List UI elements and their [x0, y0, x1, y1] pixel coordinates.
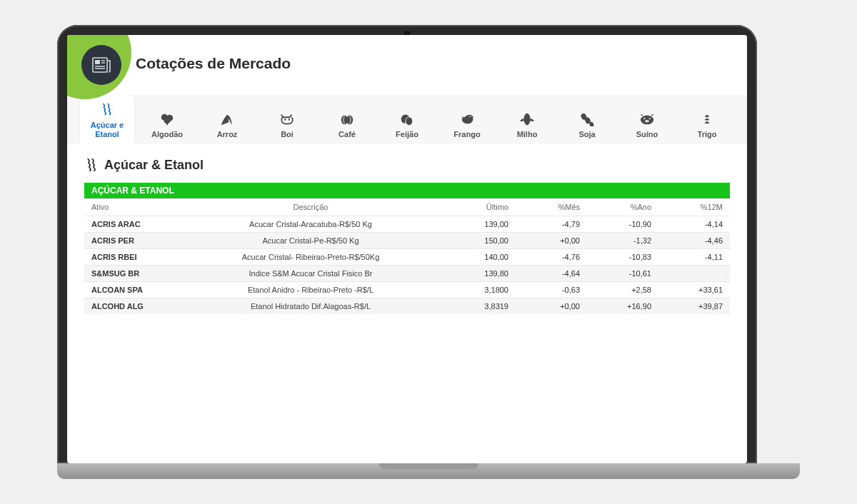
cell-m12: -4,46: [658, 233, 730, 249]
cell-ano: -1,32: [587, 233, 658, 249]
cell-m12: [658, 266, 730, 282]
cell-ultimo: 3,8319: [444, 298, 516, 315]
tab-milho[interactable]: Milho: [500, 104, 554, 145]
cell-ativo: ALCOHD ALG: [84, 298, 177, 315]
svg-point-13: [346, 115, 353, 124]
col-m12: %12M: [658, 198, 730, 216]
tab-suino[interactable]: Suíno: [620, 104, 674, 145]
col-mes: %Mês: [516, 198, 587, 216]
cell-mes: +0,00: [516, 233, 587, 249]
table-row[interactable]: ALCOAN SPAEtanol Anidro - Ribeirao-Preto…: [84, 282, 730, 298]
cell-mes: -0,63: [516, 282, 587, 298]
table-row[interactable]: ACRIS ARACAcucar Cristal-Aracatuba-R$/50…: [84, 216, 730, 233]
table-header-row: Ativo Descrição Último %Mês %Ano %12M: [84, 198, 730, 216]
cell-ativo: ACRIS ARAC: [84, 216, 177, 233]
svg-point-22: [645, 120, 648, 123]
tab-feijao[interactable]: Feijão: [380, 104, 434, 145]
cell-descricao: Acucar Cristal-Aracatuba-R$/50 Kg: [177, 216, 444, 233]
svg-rect-9: [166, 122, 168, 125]
cell-m12: +39,87: [658, 298, 730, 315]
cell-ativo: ACRIS PER: [84, 233, 177, 249]
cell-ultimo: 139,80: [444, 266, 516, 282]
tab-label: Frango: [453, 130, 480, 139]
tab-cafe[interactable]: Café: [320, 104, 374, 145]
cell-ano: -10,90: [587, 216, 658, 233]
col-ano: %Ano: [587, 198, 658, 216]
cell-ultimo: 139,00: [444, 216, 516, 233]
quotes-table: Ativo Descrição Último %Mês %Ano %12M AC…: [84, 198, 730, 314]
tab-label: Café: [339, 130, 356, 139]
chicken-icon: [457, 111, 477, 127]
cell-ano: +16,90: [587, 298, 658, 315]
header-icon-circle: [81, 45, 121, 85]
col-descricao: Descrição: [177, 198, 444, 216]
cell-ano: -10,83: [587, 249, 658, 266]
cell-ativo: S&MSUG BR: [84, 266, 177, 282]
cell-m12: -4,11: [658, 249, 730, 266]
cell-descricao: Etanol Anidro - Ribeirao-Preto -R$/L: [177, 282, 444, 298]
cell-ativo: ALCOAN SPA: [84, 282, 177, 298]
laptop-frame: Cotações de Mercado Açúcar e EtanolAlgod…: [57, 25, 757, 463]
beans-icon: [397, 111, 417, 127]
tab-acucar-etanol[interactable]: Açúcar e Etanol: [80, 95, 134, 144]
cell-ano: -10,61: [587, 266, 658, 282]
page-header: Cotações de Mercado: [67, 35, 747, 95]
commodity-tabs: Açúcar e EtanolAlgodãoArrozBoiCaféFeijão…: [67, 95, 747, 144]
tab-label: Trigo: [698, 130, 717, 139]
col-ultimo: Último: [444, 198, 516, 216]
section-heading: Açúcar & Etanol: [84, 157, 730, 173]
section-title-text: Açúcar & Etanol: [104, 158, 204, 173]
cell-mes: -4,76: [516, 249, 587, 266]
table-row[interactable]: ACRIS RBEIAcucar Cristal- Ribeirao-Preto…: [84, 249, 730, 266]
col-ativo: Ativo: [84, 198, 177, 216]
tab-label: Arroz: [217, 130, 238, 139]
svg-point-20: [643, 118, 645, 119]
table-row[interactable]: ACRIS PERAcucar Cristal-Pe-R$/50 Kg150,0…: [84, 233, 730, 249]
cell-ultimo: 3,1800: [444, 282, 516, 298]
tab-label: Milho: [517, 130, 538, 139]
tab-soja[interactable]: Soja: [560, 104, 614, 145]
tab-label: Açúcar e Etanol: [81, 121, 133, 138]
screen: Cotações de Mercado Açúcar e EtanolAlgod…: [67, 35, 747, 463]
svg-point-19: [641, 115, 653, 124]
cell-descricao: Acucar Cristal-Pe-R$/50 Kg: [177, 233, 444, 249]
cow-icon: [277, 111, 297, 127]
sugarcane-icon: [84, 157, 97, 173]
cotton-icon: [157, 111, 177, 127]
tab-boi[interactable]: Boi: [260, 104, 314, 145]
tab-label: Suíno: [636, 130, 658, 139]
table-row[interactable]: S&MSUG BRIndice S&M Acucar Cristal Fisic…: [84, 266, 730, 282]
tab-algodao[interactable]: Algodão: [140, 104, 194, 145]
cell-ultimo: 140,00: [444, 249, 516, 266]
soy-icon: [577, 111, 597, 127]
tab-label: Feijão: [396, 130, 419, 139]
cell-descricao: Indice S&M Acucar Cristal Fisico Br: [177, 266, 444, 282]
table-row[interactable]: ALCOHD ALGEtanol Hidratado Dif.Alagoas-R…: [84, 298, 730, 315]
cell-m12: +33,61: [658, 282, 730, 298]
cell-descricao: Acucar Cristal- Ribeirao-Preto-R$/50Kg: [177, 249, 444, 266]
tab-trigo[interactable]: Trigo: [680, 104, 734, 145]
laptop-base: [57, 463, 800, 479]
page-title: Cotações de Mercado: [136, 55, 291, 72]
tab-arroz[interactable]: Arroz: [200, 104, 254, 145]
cell-mes: +0,00: [516, 298, 587, 315]
cell-ultimo: 150,00: [444, 233, 516, 249]
svg-point-21: [649, 118, 651, 119]
rice-icon: [217, 111, 237, 127]
quotes-section: Açúcar & Etanol AÇÚCAR & ETANOL Ativo De…: [67, 144, 747, 327]
tab-label: Algodão: [151, 130, 183, 139]
sugarcane-icon: [97, 102, 117, 118]
tab-label: Boi: [281, 130, 294, 139]
cell-ano: +2,58: [587, 282, 658, 298]
tab-label: Soja: [578, 130, 595, 139]
table-band: AÇÚCAR & ETANOL: [84, 183, 730, 198]
wheat-icon: [697, 111, 717, 127]
pig-icon: [637, 111, 657, 127]
cell-ativo: ACRIS RBEI: [84, 249, 177, 266]
svg-point-11: [289, 119, 290, 120]
newspaper-icon: [92, 57, 111, 73]
svg-point-14: [406, 117, 412, 125]
corn-icon: [517, 111, 537, 127]
tab-frango[interactable]: Frango: [440, 104, 494, 145]
coffee-icon: [337, 111, 357, 127]
